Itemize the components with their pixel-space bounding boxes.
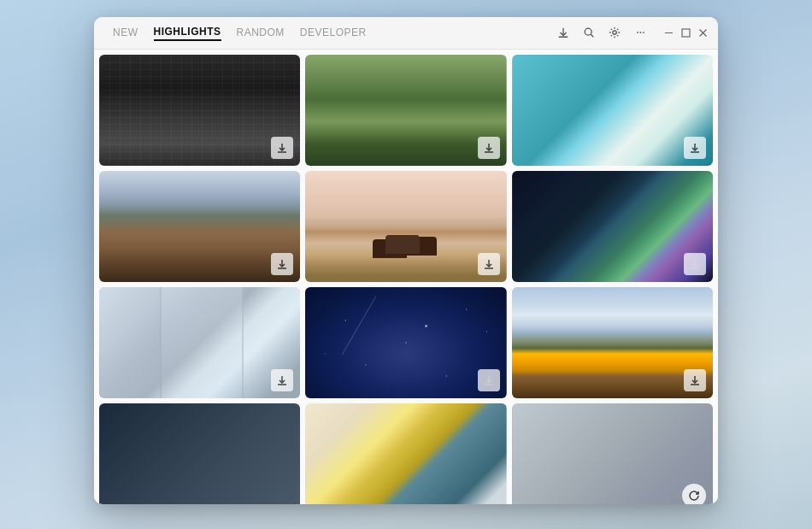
nav-item-developer[interactable]: DEVELOPER bbox=[300, 25, 367, 40]
settings-icon[interactable] bbox=[607, 25, 622, 40]
download-button-interior[interactable] bbox=[271, 369, 293, 391]
download-button-building[interactable] bbox=[271, 137, 293, 159]
content-area bbox=[94, 50, 718, 504]
close-button[interactable] bbox=[697, 27, 708, 38]
download-icon-5 bbox=[484, 259, 494, 269]
settings-svg bbox=[609, 26, 621, 38]
image-card-mountain-green[interactable] bbox=[305, 55, 506, 166]
image-card-blurry[interactable] bbox=[512, 403, 713, 504]
maximize-button[interactable] bbox=[680, 27, 691, 38]
image-mountains-brown bbox=[99, 171, 300, 282]
image-card-yellow-frame[interactable] bbox=[305, 403, 506, 504]
app-window: NEW HIGHLIGHTS RANDOM DEVELOPER bbox=[94, 17, 718, 504]
download-button-starfield[interactable] bbox=[478, 369, 500, 391]
download-button-mountains-brown[interactable] bbox=[271, 253, 293, 275]
close-svg bbox=[698, 28, 708, 38]
image-card-building[interactable] bbox=[99, 55, 300, 166]
image-building bbox=[99, 55, 300, 166]
image-card-ocean[interactable] bbox=[512, 55, 713, 166]
download-icon-8 bbox=[484, 375, 494, 385]
image-card-van[interactable] bbox=[305, 171, 506, 282]
download-icon-4 bbox=[277, 259, 287, 269]
image-card-mountains-brown[interactable] bbox=[99, 171, 300, 282]
image-interior bbox=[99, 287, 300, 398]
image-van-desert bbox=[305, 171, 506, 282]
nav-item-highlights[interactable]: HIGHLIGHTS bbox=[154, 24, 221, 41]
refresh-button[interactable] bbox=[682, 484, 706, 504]
download-icon-3 bbox=[690, 143, 700, 153]
download-button-van[interactable] bbox=[478, 253, 500, 275]
maximize-svg bbox=[681, 28, 691, 38]
download-svg bbox=[557, 26, 569, 38]
nav-bar: NEW HIGHLIGHTS RANDOM DEVELOPER bbox=[104, 24, 556, 41]
svg-point-2 bbox=[585, 28, 591, 35]
download-action-icon[interactable] bbox=[556, 25, 571, 40]
svg-point-4 bbox=[613, 31, 616, 34]
download-icon-7 bbox=[277, 375, 287, 385]
image-card-interior[interactable] bbox=[99, 287, 300, 398]
svg-rect-6 bbox=[682, 29, 690, 37]
download-button-mountain-green[interactable] bbox=[478, 137, 500, 159]
download-button-ocean[interactable] bbox=[684, 137, 706, 159]
download-icon-9 bbox=[690, 375, 700, 385]
image-card-starfield[interactable] bbox=[305, 287, 506, 398]
image-yellow-frame bbox=[305, 403, 506, 504]
image-ocean-aerial bbox=[512, 55, 713, 166]
image-mountain-green bbox=[305, 55, 506, 166]
more-icon[interactable]: ··· bbox=[633, 25, 648, 40]
minimize-svg bbox=[664, 28, 674, 38]
window-controls: ··· bbox=[556, 25, 708, 40]
image-blurry bbox=[512, 403, 713, 504]
download-icon-6 bbox=[690, 259, 700, 269]
search-svg bbox=[583, 26, 595, 38]
minimize-button[interactable] bbox=[663, 27, 674, 38]
title-bar: NEW HIGHLIGHTS RANDOM DEVELOPER bbox=[94, 17, 718, 50]
search-icon[interactable] bbox=[581, 25, 597, 40]
image-aurora bbox=[512, 171, 713, 282]
nav-item-random[interactable]: RANDOM bbox=[237, 25, 285, 40]
refresh-icon bbox=[688, 490, 700, 502]
image-starfield bbox=[305, 287, 506, 398]
download-button-aurora[interactable] bbox=[684, 253, 706, 275]
download-icon-2 bbox=[484, 143, 494, 153]
nav-item-new[interactable]: NEW bbox=[113, 25, 138, 40]
image-card-partial-1[interactable] bbox=[99, 403, 300, 504]
image-partial-1 bbox=[99, 403, 300, 504]
image-sunflowers bbox=[512, 287, 713, 398]
download-icon bbox=[277, 143, 287, 153]
image-grid bbox=[94, 50, 718, 504]
svg-line-3 bbox=[591, 34, 593, 37]
download-button-sunflowers[interactable] bbox=[684, 369, 706, 391]
image-card-aurora[interactable] bbox=[512, 171, 713, 282]
image-card-sunflowers[interactable] bbox=[512, 287, 713, 398]
toolbar-actions: ··· bbox=[556, 25, 648, 40]
